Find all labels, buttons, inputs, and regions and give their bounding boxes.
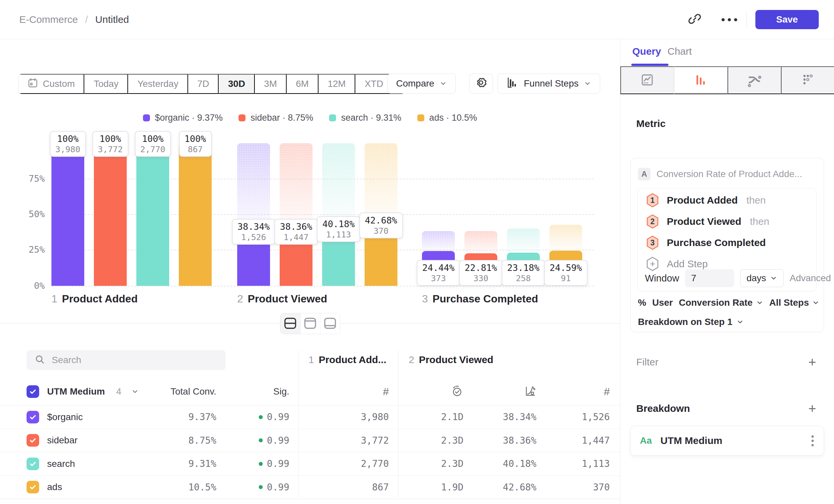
select-all-checkbox[interactable] — [26, 385, 39, 398]
sig-header[interactable]: Sig. — [225, 386, 299, 397]
more-menu-button[interactable]: ••• — [722, 11, 739, 28]
legend-swatch — [417, 114, 424, 121]
chart-type-button[interactable]: Funnel Steps — [498, 74, 600, 93]
funnel-bar[interactable] — [51, 143, 84, 286]
bar-value-label: 100%3,772 — [92, 131, 128, 157]
kebab-menu-icon[interactable] — [809, 433, 816, 448]
chevron-down-icon[interactable] — [131, 388, 139, 395]
measure-scope-select[interactable]: All Steps — [769, 297, 820, 308]
copy-link-button[interactable] — [686, 11, 703, 28]
row-name-cell: sidebar — [0, 434, 169, 446]
table-row[interactable]: search9.31%0.992,7702.3D40.18%1,113 — [0, 452, 620, 476]
step-hexagon-badge: 1 — [645, 193, 659, 208]
funnel-bar[interactable] — [94, 143, 127, 286]
breakdown-column-header[interactable]: UTM Medium — [47, 386, 105, 397]
measure-scope-label: All Steps — [769, 297, 809, 308]
window-unit-select[interactable]: days — [740, 269, 784, 287]
gear-icon — [475, 76, 488, 92]
hash-icon: # — [383, 386, 389, 398]
advanced-toggle[interactable]: Advanced — [790, 273, 834, 283]
legend-item[interactable]: search · 9.31% — [329, 113, 401, 123]
tab-query[interactable]: Query — [632, 46, 661, 57]
bar-value-label: 100%2,770 — [135, 131, 171, 157]
legend-item[interactable]: sidebar · 8.75% — [239, 113, 313, 123]
funnel-step-labels: 1Product Added2Product Viewed3Purchase C… — [51, 293, 594, 307]
search-input[interactable] — [51, 354, 218, 366]
bar-pct: 100% — [56, 133, 80, 144]
tab-chart[interactable]: Chart — [667, 46, 692, 57]
legend-label: search · 9.31% — [341, 113, 401, 123]
bar-count: 373 — [422, 274, 455, 283]
tab-retention[interactable] — [781, 66, 834, 94]
metric-title-row[interactable]: A Conversion Rate of Product Adde... — [638, 166, 802, 182]
row-sig: 0.99 — [225, 458, 299, 469]
breakdown-heading: Breakdown — [636, 403, 690, 414]
funnel-dropoff-bar — [464, 231, 497, 253]
view-toggle-split[interactable] — [280, 313, 300, 334]
add-filter-button[interactable]: + — [807, 355, 818, 369]
date-range-7d[interactable]: 7D — [188, 74, 219, 94]
legend-item[interactable]: $organic · 9.37% — [143, 113, 223, 123]
row-checkbox[interactable] — [26, 434, 39, 446]
date-range-yesterday[interactable]: Yesterday — [128, 74, 188, 94]
table-row[interactable]: ads10.5%0.998671.9D42.68%370 — [0, 476, 620, 499]
date-range-label: 30D — [228, 78, 245, 89]
view-toggle — [280, 313, 341, 334]
tab-flows[interactable] — [727, 66, 781, 94]
legend-item[interactable]: ads · 10.5% — [417, 113, 477, 123]
date-range-custom[interactable]: Custom — [19, 74, 84, 94]
tab-insights[interactable] — [620, 66, 674, 94]
row-checkbox[interactable] — [26, 411, 39, 423]
compare-button[interactable]: Compare — [387, 74, 456, 93]
tab-funnels[interactable] — [674, 66, 727, 94]
breakdown-on-step-select[interactable]: Breakdown on Step 1 — [638, 314, 744, 330]
window-value-input[interactable] — [685, 269, 734, 287]
row-checkbox[interactable] — [26, 481, 39, 494]
row-step1-count: 3,772 — [299, 435, 398, 446]
bar-value-label: 38.34%1,526 — [232, 219, 276, 245]
measure-entity[interactable]: User — [652, 297, 673, 308]
metric-step-row[interactable]: 1Product Addedthen — [638, 190, 816, 211]
filter-heading: Filter — [636, 357, 659, 368]
chart-legend: $organic · 9.37%sidebar · 8.75%search · … — [0, 113, 620, 123]
bar-value-label: 100%867 — [179, 131, 212, 157]
funnel-bar[interactable] — [179, 143, 212, 286]
chart-settings-button[interactable] — [469, 74, 493, 93]
conversion-window-row: Window days Advanced — [638, 269, 816, 287]
date-range-today[interactable]: Today — [84, 74, 128, 94]
bar-value-label: 40.18%1,113 — [317, 216, 360, 242]
breakdown-property-card[interactable]: Aa UTM Medium — [630, 426, 824, 456]
save-button[interactable]: Save — [755, 10, 819, 29]
view-toggle-chart-only[interactable] — [300, 313, 320, 334]
view-toggle-table-only[interactable] — [320, 313, 340, 334]
step2-conversion-column[interactable] — [473, 385, 546, 398]
bar-value-label: 38.36%1,447 — [275, 219, 318, 245]
step2-time-column[interactable] — [398, 385, 473, 398]
table-row[interactable]: sidebar8.75%0.993,7722.3D38.36%1,447 — [0, 429, 620, 452]
breadcrumb-page-title[interactable]: Untitled — [95, 14, 129, 25]
date-range-3m[interactable]: 3M — [255, 74, 287, 94]
add-step-label: Add Step — [667, 258, 708, 270]
step1-count-column[interactable]: # — [299, 386, 398, 398]
measure-type-select[interactable]: Conversion Rate — [679, 297, 763, 308]
date-range-12m[interactable]: 12M — [319, 74, 355, 94]
row-total-conv: 10.5% — [169, 482, 225, 493]
metric-step-row[interactable]: 2Product Viewedthen — [638, 211, 816, 232]
total-conv-header[interactable]: Total Conv. — [169, 386, 225, 397]
date-range-6m[interactable]: 6M — [287, 74, 319, 94]
add-breakdown-button[interactable]: + — [807, 402, 818, 415]
window-unit-label: days — [746, 273, 766, 283]
breakdown-count: 4 — [116, 386, 122, 397]
funnel-bar[interactable] — [136, 143, 169, 286]
metric-letter-badge: A — [638, 168, 651, 180]
row-checkbox[interactable] — [26, 458, 39, 470]
date-range-30d[interactable]: 30D — [219, 74, 255, 94]
row-step2-pct: 42.68% — [473, 482, 546, 493]
row-step2-count: 1,447 — [546, 435, 619, 446]
table-row[interactable]: $organic9.37%0.993,9802.1D38.34%1,526 — [0, 405, 620, 429]
step2-count-column[interactable]: # — [546, 386, 619, 398]
metric-step-row[interactable]: 3Purchase Completed — [638, 232, 816, 253]
breadcrumb-section[interactable]: E-Commerce — [19, 14, 78, 25]
chevron-down-icon — [440, 80, 447, 87]
query-panel: Query Chart — [620, 39, 834, 504]
